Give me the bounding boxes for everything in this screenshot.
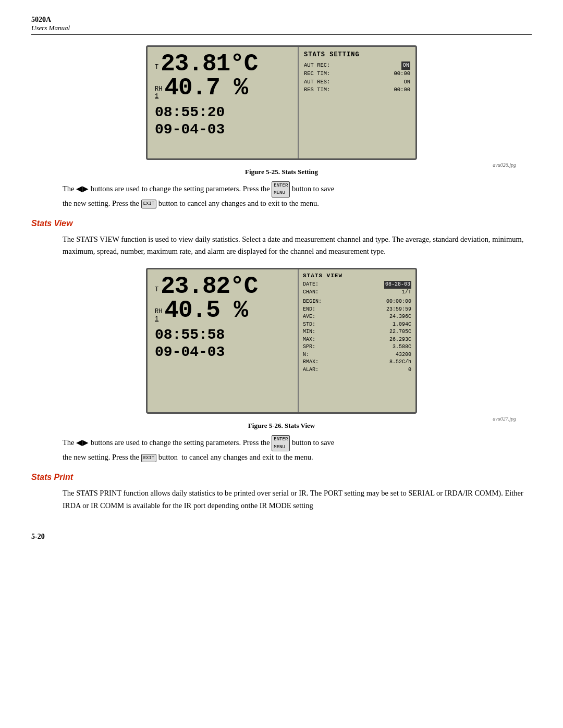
view-key-rmax: RMAX:: [303, 359, 330, 366]
view-val-alar: 0: [408, 366, 411, 374]
setting-key-2: REC TIM:: [304, 70, 330, 78]
setting-val-2: 00:00: [394, 70, 410, 78]
stats-view-body: The STATS VIEW function is used to view …: [63, 233, 532, 257]
page-header: 5020A Users Manual: [31, 16, 532, 35]
stats-print-heading: Stats Print: [31, 473, 532, 482]
view-row-chan: CHAN: 1/T: [303, 289, 411, 297]
exit-icon-25: EXIT: [141, 200, 157, 208]
enter-menu-icon-26: ENTERMENU: [272, 435, 290, 451]
view-row-spr: SPR: 3.588C: [303, 343, 411, 351]
channel-label-25: 1: [155, 93, 162, 100]
figure-26-filename: avu027.jpg: [31, 416, 516, 422]
temp-label-26: T: [155, 286, 158, 293]
view-val-spr: 3.588C: [393, 343, 411, 351]
view-val-end: 23:59:59: [386, 306, 411, 314]
page-number: 5-20: [31, 533, 532, 541]
rh-label-25: RH: [155, 85, 162, 93]
view-key-spr: SPR:: [303, 343, 330, 351]
view-key-max: MAX:: [303, 336, 330, 344]
setting-val-3: ON: [403, 78, 410, 87]
setting-val-4: 00:00: [394, 86, 410, 94]
view-val-chan: 1/T: [402, 289, 411, 297]
view-key-ave: AVE:: [303, 313, 330, 321]
view-key-chan: CHAN:: [303, 289, 330, 297]
humidity-value-25: 40.7 %: [164, 76, 248, 100]
humidity-row-26: RH 1 40.5 %: [155, 299, 290, 323]
setting-key-4: RES TIM:: [304, 86, 330, 94]
figure-25-wrapper: T 23.81°C RH 1 40.7 % 08:55:20 09-04-03 …: [31, 45, 532, 160]
temp-value-26: 23.82°C: [161, 275, 258, 299]
view-row-end: END: 23:59:59: [303, 306, 411, 314]
humidity-labels-25: RH 1: [155, 85, 162, 100]
screen-left-25: T 23.81°C RH 1 40.7 % 08:55:20 09-04-03: [148, 47, 299, 158]
humidity-labels-26: RH 1: [155, 308, 162, 323]
screen-right-26: STATS VIEW DATE: 08-28-03 CHAN: 1/T BEGI…: [299, 269, 415, 412]
left-arrow-icon-26: ◀: [76, 438, 82, 447]
view-val-max: 26.293C: [389, 336, 411, 344]
date-value-25: 09-04-03: [155, 121, 290, 138]
view-key-date: DATE:: [303, 281, 330, 289]
device-screen-26: T 23.82°C RH 1 40.5 % 08:55:58 09-04-03 …: [146, 268, 417, 414]
figure-25-caption: Figure 5-25. Stats Setting: [31, 168, 532, 176]
setting-row-3: AUT RES: ON: [304, 78, 410, 87]
enter-menu-icon-25: ENTERMENU: [272, 181, 290, 198]
view-val-begin: 00:00:00: [386, 298, 411, 306]
stats-view-heading: Stats View: [31, 219, 532, 228]
date-value-26: 09-04-03: [155, 344, 290, 360]
view-val-ave: 24.396C: [389, 313, 411, 321]
stats-view-title: STATS VIEW: [303, 273, 411, 279]
exit-icon-26: EXIT: [141, 454, 157, 462]
view-row-date: DATE: 08-28-03: [303, 281, 411, 289]
view-key-end: END:: [303, 306, 330, 314]
device-screen-25: T 23.81°C RH 1 40.7 % 08:55:20 09-04-03 …: [146, 45, 417, 160]
right-arrow-icon-25: ▶: [82, 184, 89, 193]
rh-label-26: RH: [155, 308, 162, 315]
view-row-rmax: RMAX: 8.52C/h: [303, 359, 411, 366]
view-val-date: 08-28-03: [384, 281, 411, 289]
view-row-alar: ALAR: 0: [303, 366, 411, 374]
view-key-min: MIN:: [303, 328, 330, 336]
view-row-ave: AVE: 24.396C: [303, 313, 411, 321]
stats-print-body: The STATS PRINT function allows daily st…: [63, 487, 532, 511]
view-key-begin: BEGIN:: [303, 298, 330, 306]
screen-right-25: STATS SETTING AUT REC: ON REC TIM: 00:00…: [299, 47, 415, 158]
screen-left-26: T 23.82°C RH 1 40.5 % 08:55:58 09-04-03: [148, 269, 299, 412]
figure-26-wrapper: T 23.82°C RH 1 40.5 % 08:55:58 09-04-03 …: [31, 268, 532, 414]
text-after-25: The ◀▶ buttons are used to change the se…: [63, 181, 532, 209]
text-after-26: The ◀▶ buttons are used to change the se…: [63, 435, 532, 463]
setting-row-1: AUT REC: ON: [304, 61, 410, 70]
temperature-row-25: T 23.81°C: [155, 52, 290, 76]
view-row-min: MIN: 22.705C: [303, 328, 411, 336]
setting-key-1: AUT REC:: [304, 61, 330, 70]
view-row-begin: BEGIN: 00:00:00: [303, 298, 411, 306]
time-value-26: 08:55:58: [155, 327, 290, 343]
temperature-row-26: T 23.82°C: [155, 275, 290, 299]
right-arrow-icon-26: ▶: [82, 438, 89, 447]
humidity-row-25: RH 1 40.7 %: [155, 76, 290, 100]
model-number: 5020A: [31, 16, 532, 24]
view-row-max: MAX: 26.293C: [303, 336, 411, 344]
setting-val-1: ON: [401, 61, 410, 70]
humidity-value-26: 40.5 %: [164, 299, 248, 323]
temp-value-25: 23.81°C: [161, 52, 258, 76]
setting-key-3: AUT RES:: [304, 78, 330, 87]
setting-row-4: RES TIM: 00:00: [304, 86, 410, 94]
manual-subtitle: Users Manual: [31, 24, 532, 32]
view-key-n: N:: [303, 351, 330, 359]
view-val-min: 22.705C: [389, 328, 411, 336]
figure-26-caption: Figure 5-26. Stats View: [31, 422, 532, 430]
view-key-alar: ALAR:: [303, 366, 330, 374]
stats-setting-title: STATS SETTING: [304, 51, 410, 58]
view-val-std: 1.094C: [393, 321, 411, 329]
setting-row-2: REC TIM: 00:00: [304, 70, 410, 78]
view-val-n: 43200: [396, 351, 411, 359]
view-row-n: N: 43200: [303, 351, 411, 359]
figure-25-filename: avu026.jpg: [31, 162, 516, 168]
stats-setting-table: AUT REC: ON REC TIM: 00:00 AUT RES: ON R…: [304, 61, 410, 94]
stats-view-table: DATE: 08-28-03 CHAN: 1/T BEGIN: 00:00:00…: [303, 281, 411, 374]
view-val-rmax: 8.52C/h: [389, 359, 411, 366]
left-arrow-icon-25: ◀: [76, 184, 82, 193]
channel-label-26: 1: [155, 315, 162, 323]
view-key-std: STD:: [303, 321, 330, 329]
time-value-25: 08:55:20: [155, 104, 290, 120]
